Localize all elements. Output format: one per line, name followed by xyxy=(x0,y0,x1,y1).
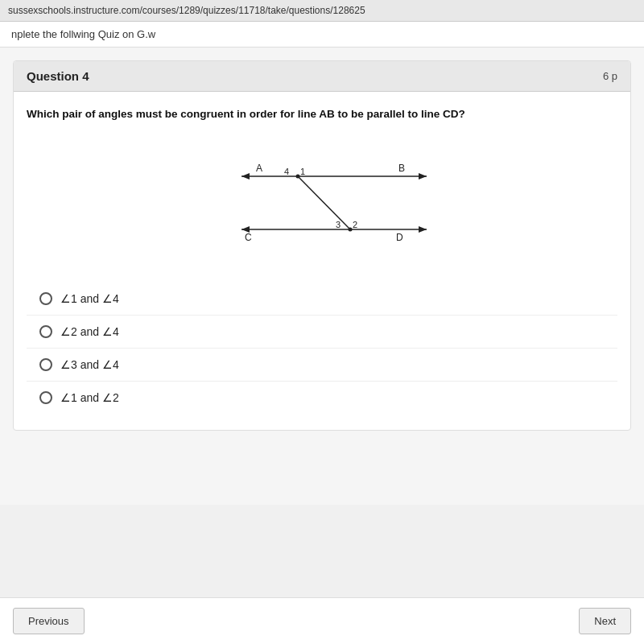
radio-1[interactable] xyxy=(39,292,52,305)
question-points: 6 p xyxy=(603,70,617,82)
svg-point-14 xyxy=(349,228,353,232)
svg-text:A: A xyxy=(256,163,262,174)
page-header-text: nplete the follwing Quiz on G.w xyxy=(11,28,155,40)
question-header: Question 4 6 p xyxy=(14,61,630,92)
radio-4[interactable] xyxy=(39,391,52,404)
svg-marker-1 xyxy=(242,173,250,180)
answer-option-2[interactable]: ∠2 and ∠4 xyxy=(27,315,617,348)
answer-option-4[interactable]: ∠1 and ∠2 xyxy=(27,381,617,414)
bottom-navigation-bar: Previous Next xyxy=(0,597,644,644)
svg-text:4: 4 xyxy=(284,167,289,176)
svg-text:D: D xyxy=(396,232,403,243)
svg-text:2: 2 xyxy=(353,220,357,229)
radio-2[interactable] xyxy=(39,325,52,338)
answer-label-2: ∠2 and ∠4 xyxy=(60,325,119,338)
quiz-container: Question 4 6 p Which pair of angles must… xyxy=(0,47,644,505)
question-title: Question 4 xyxy=(27,69,89,83)
radio-3[interactable] xyxy=(39,358,52,371)
answer-label-3: ∠3 and ∠4 xyxy=(60,358,119,371)
svg-text:3: 3 xyxy=(336,220,341,229)
svg-marker-11 xyxy=(419,226,427,233)
diagram-container: A B 4 1 C xyxy=(27,134,617,263)
answer-options: ∠1 and ∠4 ∠2 and ∠4 ∠3 and ∠4 ∠1 and ∠2 xyxy=(27,283,617,414)
answer-label-4: ∠1 and ∠2 xyxy=(60,391,119,404)
svg-marker-2 xyxy=(419,173,427,180)
page-header: nplete the follwing Quiz on G.w xyxy=(0,22,644,47)
answer-option-3[interactable]: ∠3 and ∠4 xyxy=(27,348,617,381)
next-button[interactable]: Next xyxy=(579,608,631,634)
question-body: Which pair of angles must be congruent i… xyxy=(14,92,630,430)
url-text: sussexschools.instructure.com/courses/12… xyxy=(8,5,365,16)
question-card: Question 4 6 p Which pair of angles must… xyxy=(13,60,631,431)
question-text: Which pair of angles must be congruent i… xyxy=(27,108,617,120)
previous-button[interactable]: Previous xyxy=(13,608,85,634)
svg-text:C: C xyxy=(245,232,252,243)
answer-option-1[interactable]: ∠1 and ∠4 xyxy=(27,283,617,315)
svg-line-8 xyxy=(298,176,350,229)
svg-text:B: B xyxy=(398,163,405,174)
browser-url-bar: sussexschools.instructure.com/courses/12… xyxy=(0,0,644,22)
geometry-diagram: A B 4 1 C xyxy=(193,134,451,263)
answer-label-1: ∠1 and ∠4 xyxy=(60,292,119,305)
svg-text:1: 1 xyxy=(300,167,305,176)
